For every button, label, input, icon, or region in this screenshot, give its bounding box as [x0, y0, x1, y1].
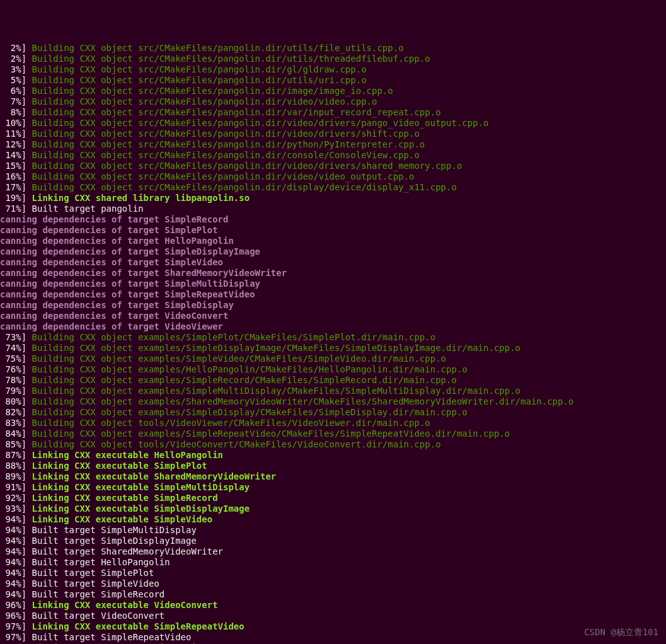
bracket: ]: [21, 557, 32, 567]
progress-percent: 91%: [0, 482, 21, 492]
build-message: Building CXX object tools/VideoViewer/CM…: [32, 418, 430, 428]
terminal-line: 3%] Building CXX object src/CMakeFiles/p…: [0, 64, 666, 75]
terminal-output[interactable]: 2%] Building CXX object src/CMakeFiles/p…: [0, 43, 666, 644]
scan-message: canning dependencies of target VideoConv…: [0, 311, 228, 321]
progress-percent: 2%: [0, 54, 21, 64]
terminal-line: 15%] Building CXX object src/CMakeFiles/…: [0, 161, 666, 171]
bracket: ]: [21, 43, 32, 53]
progress-percent: 3%: [0, 64, 21, 74]
build-message: Building CXX object examples/SimpleRepea…: [32, 428, 510, 439]
bracket: ]: [21, 482, 32, 492]
bracket: ]: [21, 107, 32, 117]
terminal-line: 12%] Building CXX object src/CMakeFiles/…: [0, 139, 666, 150]
terminal-line: 94%] Built target SimpleVideo: [0, 578, 666, 589]
progress-percent: 94%: [0, 589, 21, 599]
progress-percent: 92%: [0, 493, 21, 503]
terminal-line: canning dependencies of target SimpleDis…: [0, 246, 666, 257]
build-message: Building CXX object src/CMakeFiles/pango…: [32, 182, 457, 192]
progress-percent: 87%: [0, 450, 21, 460]
build-message: Building CXX object src/CMakeFiles/pango…: [32, 129, 420, 139]
build-message: Building CXX object src/CMakeFiles/pango…: [32, 118, 489, 128]
build-message: Building CXX object examples/SimpleVideo…: [32, 354, 446, 364]
build-message: Building CXX object examples/SimpleRecor…: [32, 375, 457, 385]
progress-percent: 8%: [0, 107, 21, 117]
terminal-line: 79%] Building CXX object examples/Simple…: [0, 386, 666, 396]
bracket: ]: [21, 150, 32, 160]
bracket: ]: [21, 450, 32, 460]
bracket: ]: [21, 428, 32, 439]
link-message: Linking CXX executable SimplePlot: [32, 461, 207, 471]
progress-percent: 5%: [0, 75, 21, 85]
built-message: Built target SimplePlot: [32, 568, 154, 578]
progress-percent: 80%: [0, 396, 21, 406]
link-message: Linking CXX executable SimpleRecord: [32, 493, 218, 503]
watermark: CSDN @杨立青101: [584, 627, 658, 638]
terminal-line: 92%] Linking CXX executable SimpleRecord: [0, 493, 666, 503]
progress-percent: 71%: [0, 204, 21, 214]
build-message: Building CXX object examples/HelloPangol…: [32, 364, 468, 374]
progress-percent: 96%: [0, 600, 21, 610]
bracket: ]: [21, 493, 32, 503]
build-message: Building CXX object src/CMakeFiles/pango…: [32, 43, 404, 53]
terminal-line: 93%] Linking CXX executable SimpleDispla…: [0, 503, 666, 514]
terminal-line: 97%] Built target SimpleRepeatVideo: [0, 632, 666, 643]
bracket: ]: [21, 161, 32, 171]
scan-message: canning dependencies of target SimpleRec…: [0, 214, 228, 224]
progress-percent: 74%: [0, 343, 21, 353]
terminal-line: 7%] Building CXX object src/CMakeFiles/p…: [0, 96, 666, 107]
terminal-line: 96%] Built target VideoConvert: [0, 611, 666, 621]
bracket: ]: [21, 568, 32, 578]
terminal-line: 73%] Building CXX object examples/Simple…: [0, 332, 666, 343]
terminal-line: 14%] Building CXX object src/CMakeFiles/…: [0, 150, 666, 161]
terminal-line: canning dependencies of target SimpleVid…: [0, 257, 666, 268]
bracket: ]: [21, 64, 32, 74]
bracket: ]: [21, 364, 32, 374]
bracket: ]: [21, 621, 32, 631]
terminal-line: 94%] Built target SimpleDisplayImage: [0, 536, 666, 546]
build-message: Building CXX object src/CMakeFiles/pango…: [32, 64, 367, 74]
progress-percent: 84%: [0, 428, 21, 439]
bracket: ]: [21, 139, 32, 149]
progress-percent: 93%: [0, 503, 21, 514]
terminal-line: 75%] Building CXX object examples/Simple…: [0, 354, 666, 364]
scan-message: canning dependencies of target SimpleRep…: [0, 289, 255, 299]
bracket: ]: [21, 193, 32, 203]
bracket: ]: [21, 354, 32, 364]
terminal-line: 16%] Building CXX object src/CMakeFiles/…: [0, 171, 666, 182]
progress-percent: 76%: [0, 364, 21, 374]
build-message: Building CXX object src/CMakeFiles/pango…: [32, 75, 367, 85]
terminal-line: canning dependencies of target VideoView…: [0, 321, 666, 332]
build-message: Building CXX object src/CMakeFiles/pango…: [32, 171, 415, 181]
progress-percent: 14%: [0, 150, 21, 160]
bracket: ]: [21, 386, 32, 396]
terminal-line: 80%] Building CXX object examples/Shared…: [0, 396, 666, 407]
build-message: Building CXX object src/CMakeFiles/pango…: [32, 161, 462, 171]
terminal-line: canning dependencies of target SimpleRep…: [0, 289, 666, 300]
built-message: Built target HelloPangolin: [32, 557, 170, 567]
bracket: ]: [21, 75, 32, 85]
built-message: Built target SimpleDisplayImage: [32, 536, 197, 546]
scan-message: canning dependencies of target SimpleVid…: [0, 257, 223, 267]
progress-percent: 15%: [0, 161, 21, 171]
bracket: ]: [21, 546, 32, 556]
progress-percent: 7%: [0, 96, 21, 106]
build-message: Building CXX object src/CMakeFiles/pango…: [32, 96, 377, 106]
progress-percent: 10%: [0, 118, 21, 128]
terminal-line: canning dependencies of target SimplePlo…: [0, 225, 666, 236]
progress-percent: 94%: [0, 568, 21, 578]
terminal-line: 5%] Building CXX object src/CMakeFiles/p…: [0, 75, 666, 86]
terminal-line: 11%] Building CXX object src/CMakeFiles/…: [0, 129, 666, 139]
scan-message: canning dependencies of target VideoView…: [0, 321, 223, 331]
progress-percent: 94%: [0, 546, 21, 556]
bracket: ]: [21, 514, 32, 524]
terminal-line: 94%] Built target SharedMemoryVideoWrite…: [0, 546, 666, 557]
progress-percent: 11%: [0, 129, 21, 139]
link-message: Linking CXX executable SimpleRepeatVideo: [32, 621, 244, 631]
terminal-line: 8%] Building CXX object src/CMakeFiles/p…: [0, 107, 666, 118]
progress-percent: 79%: [0, 386, 21, 396]
terminal-line: 71%] Built target pangolin: [0, 204, 666, 214]
scan-message: canning dependencies of target SimpleDis…: [0, 246, 260, 256]
progress-percent: 89%: [0, 471, 21, 481]
progress-percent: 96%: [0, 611, 21, 621]
progress-percent: 75%: [0, 354, 21, 364]
